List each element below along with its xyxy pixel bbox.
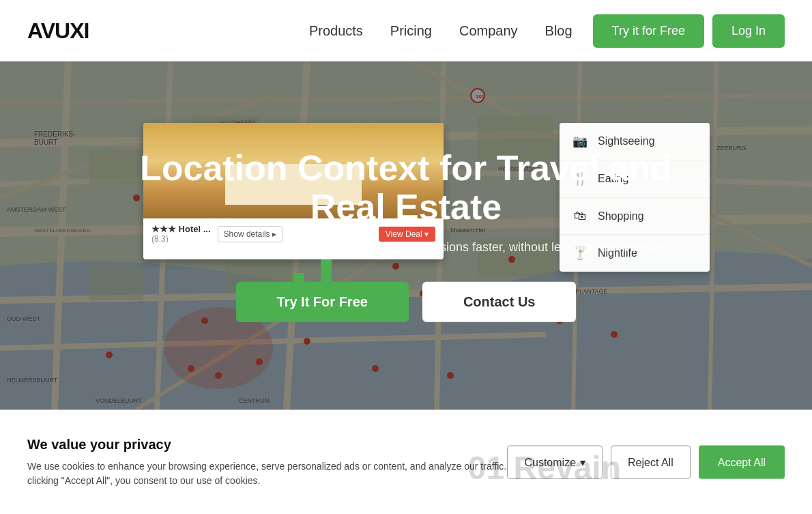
nav-company[interactable]: Company: [459, 23, 518, 39]
nav-pricing[interactable]: Pricing: [390, 23, 432, 39]
hero-title: Location Context for Travel and Real Est…: [133, 149, 679, 227]
hero-buttons: Try It For Free Contact Us: [133, 282, 679, 322]
cookie-banner: We value your privacy We use cookies to …: [0, 410, 812, 514]
hero-subtitle: Help your visitors make the best accommo…: [133, 240, 679, 255]
cookie-accept-button[interactable]: Accept All: [699, 446, 785, 479]
nav-products[interactable]: Products: [309, 23, 363, 39]
hero-contact-button[interactable]: Contact Us: [422, 282, 577, 322]
chevron-down-icon: ▾: [580, 456, 585, 469]
cookie-reject-button[interactable]: Reject All: [611, 446, 691, 479]
cookie-actions: Customize ▾ Reject All Accept All: [507, 446, 785, 479]
cookie-customize-label: Customize: [524, 456, 576, 468]
hero-try-free-button[interactable]: Try It For Free: [236, 282, 409, 322]
nav-login-button[interactable]: Log In: [712, 14, 785, 48]
nav-links: Products Pricing Company Blog: [309, 23, 572, 39]
poi-sightseeing-label: Sightseeing: [598, 135, 655, 147]
logo: AVUXI: [27, 18, 89, 44]
hero-content: Location Context for Travel and Real Est…: [133, 149, 679, 322]
cookie-text: We use cookies to enhance your browsing …: [27, 459, 546, 488]
hero-section: FREDERIKS- BUURT AMSTERDAM-WEST OUD-WEST…: [0, 61, 812, 410]
cookie-customize-button[interactable]: Customize ▾: [507, 446, 603, 479]
nav-try-free-button[interactable]: Try it for Free: [593, 14, 704, 48]
navbar: AVUXI Products Pricing Company Blog Try …: [0, 0, 812, 61]
camera-icon: 📷: [572, 134, 588, 149]
nav-blog[interactable]: Blog: [545, 23, 572, 39]
